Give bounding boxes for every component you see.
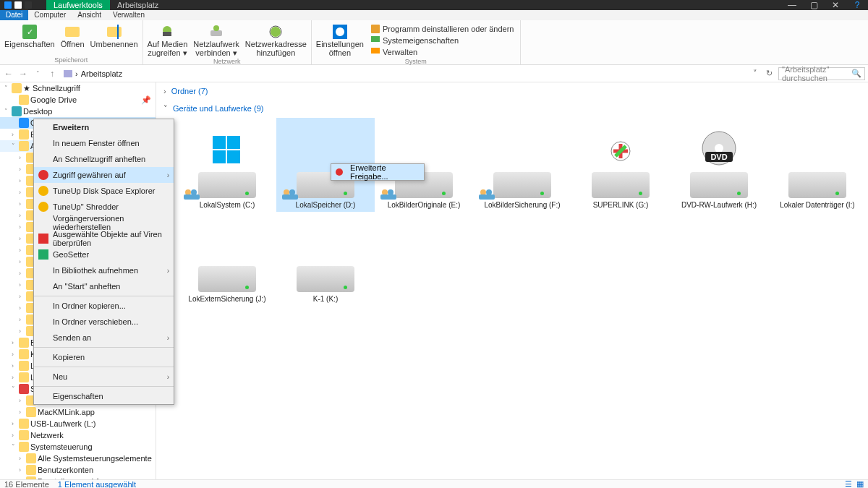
status-bar: 16 Elemente 1 Element ausgewählt ☰ ▦ xyxy=(0,479,868,488)
help-button[interactable]: ? xyxy=(846,0,868,10)
open-settings-button[interactable]: Einstellungen öffnen xyxy=(316,22,364,58)
rename-button[interactable]: Umbenennen xyxy=(90,22,138,56)
manage-button[interactable]: Verwalten xyxy=(370,46,516,58)
tree-item[interactable]: ˅Systemsteuerung xyxy=(0,441,156,453)
ribbon-tab-manage[interactable]: Verwalten xyxy=(107,10,150,20)
context-menu-item[interactable]: Eigenschaften xyxy=(34,388,174,404)
search-box[interactable]: "Arbeitsplatz" durchsuchen 🔍 xyxy=(778,67,865,80)
tree-item[interactable]: ›Alle Systemsteuerungselemente xyxy=(0,453,156,464)
folder-icon xyxy=(26,407,36,417)
recent-locations-button[interactable]: ˅ xyxy=(32,70,43,77)
properties-button[interactable]: ✓Eigenschaften xyxy=(4,22,55,56)
chevron-right-icon: › xyxy=(163,87,166,95)
context-menu-item[interactable]: An Schnellzugriff anheften xyxy=(34,151,174,167)
maximize-button[interactable]: ▢ xyxy=(803,0,825,10)
svg-point-22 xyxy=(284,189,289,195)
context-menu-item[interactable]: TuneUp Disk Space Explorer xyxy=(34,183,174,199)
details-view-button[interactable]: ☰ xyxy=(845,479,852,488)
drive-item[interactable]: DVDDVD-RW-Laufwerk (H:) xyxy=(670,118,768,212)
drive-item[interactable]: LokalSystem (C:) xyxy=(178,118,276,212)
svg-point-28 xyxy=(480,189,486,195)
tree-item[interactable]: ›MacKMLink.app xyxy=(0,406,156,418)
svg-rect-4 xyxy=(117,25,119,39)
tree-item[interactable]: ˅★ Schnellzugriff xyxy=(0,82,156,94)
search-icon: 🔍 xyxy=(851,69,861,78)
drive-item[interactable]: K-1 (K:) xyxy=(276,212,375,306)
svg-point-19 xyxy=(185,189,191,195)
group-drives[interactable]: ˅ Geräte und Laufwerke (9) xyxy=(156,100,868,118)
minimize-button[interactable]: — xyxy=(781,0,803,10)
contextual-tab-drivetools[interactable]: Laufwerktools xyxy=(46,0,110,10)
svg-rect-24 xyxy=(282,194,298,200)
context-menu-item[interactable]: Erweitern xyxy=(34,119,174,135)
context-menu-item[interactable]: Kopieren xyxy=(34,349,174,365)
qat-icon[interactable] xyxy=(14,1,22,9)
drive-item[interactable]: LokBilderSicherung (F:) xyxy=(473,118,571,212)
breadcrumb-location[interactable]: Arbeitsplatz xyxy=(81,69,122,78)
address-dropdown[interactable]: ˅ xyxy=(750,69,760,78)
breadcrumb[interactable]: › Arbeitsplatz xyxy=(61,69,747,78)
drive-item[interactable]: Lokaler Datenträger (I:) xyxy=(768,118,867,212)
context-menu-item[interactable]: In neuem Fenster öffnen xyxy=(34,135,174,151)
uninstall-program-button[interactable]: Programm deinstallieren oder ändern xyxy=(370,23,516,35)
drive-item[interactable]: LokExternSicherung (J:) xyxy=(178,212,276,306)
map-network-drive-button[interactable]: Netzlaufwerk verbinden ▾ xyxy=(193,22,239,58)
svg-rect-13 xyxy=(371,36,380,42)
folder-icon xyxy=(19,129,29,140)
shared-icon xyxy=(282,188,298,200)
tree-item[interactable]: ›Netzwerk xyxy=(0,429,156,441)
up-button[interactable]: ↑ xyxy=(46,69,58,79)
context-menu-item[interactable]: Neu› xyxy=(34,369,174,385)
close-button[interactable]: ✕ xyxy=(825,0,846,10)
ribbon-tab-view[interactable]: Ansicht xyxy=(72,10,107,20)
add-network-location-button[interactable]: Netzwerkadresse hinzufügen xyxy=(245,22,307,58)
drive-item[interactable]: SUPERLINK (G:) xyxy=(571,118,670,212)
chevron-right-icon: › xyxy=(167,373,169,381)
folder-icon xyxy=(26,465,36,475)
chevron-right-icon: › xyxy=(167,334,169,342)
svg-point-29 xyxy=(486,189,492,195)
tree-item[interactable]: ›Darstellung und Anpassung xyxy=(0,476,156,479)
antivirus-icon xyxy=(38,234,48,244)
context-menu-item[interactable]: In Ordner verschieben... xyxy=(34,314,174,330)
content-area[interactable]: › Ordner (7) ˅ Geräte und Laufwerke (9) … xyxy=(156,82,868,479)
context-menu-item[interactable]: Vorgängerversionen wiederherstellen xyxy=(34,215,174,231)
file-tab[interactable]: Datei xyxy=(0,10,28,20)
folder-icon xyxy=(19,141,29,151)
shared-icon xyxy=(184,188,200,200)
forward-button[interactable]: → xyxy=(17,69,29,79)
context-menu-item[interactable]: An "Start" anheften xyxy=(34,278,174,294)
back-button[interactable]: ← xyxy=(3,69,14,79)
advanced-sharing-menuitem[interactable]: Erweiterte Freigabe... xyxy=(331,164,424,180)
svg-point-10 xyxy=(271,27,281,37)
tree-item[interactable]: ›USB-Laufwerk (L:) xyxy=(0,418,156,429)
large-icons-view-button[interactable]: ▦ xyxy=(856,479,864,488)
context-menu-item[interactable]: Ausgewählte Objekte auf Viren überprüfen xyxy=(34,231,174,247)
context-menu-item[interactable]: In Bibliothek aufnehmen› xyxy=(34,262,174,278)
svg-rect-18 xyxy=(227,150,240,163)
tree-item[interactable]: ˅Desktop xyxy=(0,106,156,117)
svg-point-25 xyxy=(382,189,388,195)
folder-icon xyxy=(19,349,29,359)
quick-access-toolbar xyxy=(0,1,32,9)
qat-icon[interactable] xyxy=(4,1,12,9)
context-menu-item[interactable]: In Ordner kopieren... xyxy=(34,298,174,314)
context-menu-item[interactable]: TuneUp" Shredder xyxy=(34,199,174,215)
ribbon-tabs: Datei Computer Ansicht Verwalten xyxy=(0,10,868,20)
tree-item[interactable]: ›Benutzerkonten xyxy=(0,464,156,476)
refresh-button[interactable]: ↻ xyxy=(763,69,775,78)
qat-icon[interactable] xyxy=(25,1,32,9)
ribbon-tab-computer[interactable]: Computer xyxy=(28,10,72,20)
svg-text:DVD: DVD xyxy=(710,153,727,161)
context-menu-item[interactable]: Senden an› xyxy=(34,330,174,346)
tuneup-icon xyxy=(38,186,48,196)
context-menu-item[interactable]: GeoSetter xyxy=(34,247,174,262)
svg-rect-27 xyxy=(380,194,396,200)
open-button[interactable]: Öffnen xyxy=(61,22,85,56)
access-media-button[interactable]: Auf Medien zugreifen ▾ xyxy=(148,22,188,58)
context-menu-item[interactable]: Zugriff gewähren auf› xyxy=(34,167,174,183)
group-folders[interactable]: › Ordner (7) xyxy=(156,82,868,100)
window-titlebar: Laufwerktools Arbeitsplatz — ▢ ✕ ? xyxy=(0,0,868,10)
tree-item[interactable]: Google Drive📌 xyxy=(0,94,156,106)
system-properties-button[interactable]: Systemeigenschaften xyxy=(370,35,516,46)
